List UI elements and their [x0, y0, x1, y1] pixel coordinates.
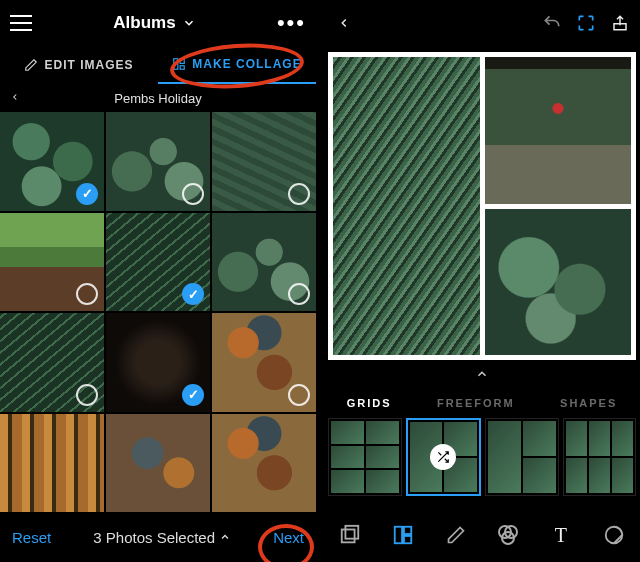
- selected-check-icon: [182, 283, 204, 305]
- svg-rect-0: [174, 59, 178, 70]
- tab-label: MAKE COLLAGE: [192, 57, 301, 71]
- album-subheader: Pembs Holiday: [0, 84, 316, 112]
- sticker-tool[interactable]: [601, 522, 627, 548]
- selected-check-icon: [182, 384, 204, 406]
- next-button[interactable]: Next: [273, 529, 304, 546]
- layout-tool[interactable]: [390, 522, 416, 548]
- layout-category-tabs: GRIDS FREEFORM SHAPES: [324, 388, 640, 418]
- tab-shapes[interactable]: SHAPES: [560, 397, 617, 409]
- collage-icon: [172, 57, 186, 71]
- select-circle-icon: [76, 384, 98, 406]
- photo-tile[interactable]: [0, 414, 104, 513]
- back-icon[interactable]: [10, 90, 24, 107]
- select-circle-icon: [182, 183, 204, 205]
- select-circle-icon: [288, 283, 310, 305]
- svg-rect-8: [404, 536, 411, 543]
- text-tool[interactable]: T: [548, 522, 574, 548]
- edit-tool[interactable]: [443, 522, 469, 548]
- photo-tile[interactable]: [106, 414, 210, 513]
- screen-title: Albums: [113, 13, 175, 33]
- photo-tile[interactable]: [212, 313, 316, 412]
- collage-editor-screen: GRIDS FREEFORM SHAPES: [324, 0, 640, 562]
- select-circle-icon: [288, 384, 310, 406]
- svg-rect-6: [395, 527, 402, 544]
- svg-rect-7: [404, 527, 411, 534]
- title-dropdown[interactable]: Albums: [113, 13, 195, 33]
- photo-tile[interactable]: [0, 112, 104, 211]
- editor-toolbar: T: [324, 508, 640, 562]
- shuffle-icon[interactable]: [430, 444, 456, 470]
- left-bottom-bar: Reset 3 Photos Selected Next: [0, 512, 316, 562]
- collage-cell[interactable]: [485, 209, 632, 356]
- back-icon[interactable]: [334, 13, 354, 33]
- chevron-down-icon: [182, 16, 196, 30]
- right-top-bar: [324, 0, 640, 46]
- layout-option[interactable]: [563, 418, 637, 496]
- select-circle-icon: [288, 183, 310, 205]
- svg-rect-5: [346, 526, 359, 539]
- collage-cell[interactable]: [333, 57, 480, 355]
- tab-edit-images[interactable]: EDIT IMAGES: [0, 46, 158, 84]
- aspect-ratio-tool[interactable]: [337, 522, 363, 548]
- fullscreen-icon[interactable]: [576, 13, 596, 33]
- photo-tile[interactable]: [212, 213, 316, 312]
- tab-freeform[interactable]: FREEFORM: [437, 397, 515, 409]
- mode-tabs: EDIT IMAGES MAKE COLLAGE: [0, 46, 316, 84]
- layout-option[interactable]: [328, 418, 402, 496]
- photo-tile[interactable]: [106, 112, 210, 211]
- reset-button[interactable]: Reset: [12, 529, 51, 546]
- album-name: Pembs Holiday: [24, 91, 292, 106]
- photo-tile[interactable]: [0, 313, 104, 412]
- photo-tile[interactable]: [0, 213, 104, 312]
- chevron-up-icon: [473, 367, 491, 381]
- photo-tile[interactable]: [106, 213, 210, 312]
- select-circle-icon: [76, 283, 98, 305]
- layout-option[interactable]: [485, 418, 559, 496]
- menu-icon[interactable]: [10, 15, 32, 31]
- pencil-icon: [24, 58, 38, 72]
- collapse-panel-button[interactable]: [324, 360, 640, 388]
- photo-tile[interactable]: [106, 313, 210, 412]
- collage-preview[interactable]: [328, 52, 636, 360]
- album-picker-screen: Albums ••• EDIT IMAGES MAKE COLLAGE Pemb…: [0, 0, 316, 562]
- tab-label: EDIT IMAGES: [44, 58, 133, 72]
- collage-cell[interactable]: [485, 57, 632, 204]
- photo-tile[interactable]: [212, 414, 316, 513]
- photo-grid: [0, 112, 316, 512]
- left-top-bar: Albums •••: [0, 0, 316, 46]
- photo-tile[interactable]: [212, 112, 316, 211]
- selection-count[interactable]: 3 Photos Selected: [93, 529, 231, 546]
- count-label: 3 Photos Selected: [93, 529, 215, 546]
- svg-rect-2: [180, 66, 184, 70]
- svg-rect-4: [342, 530, 355, 543]
- layout-option[interactable]: [406, 418, 482, 496]
- layout-options: [324, 418, 640, 496]
- selected-check-icon: [76, 183, 98, 205]
- chevron-up-icon: [219, 531, 231, 543]
- share-icon[interactable]: [610, 13, 630, 33]
- tab-make-collage[interactable]: MAKE COLLAGE: [158, 46, 316, 84]
- filters-tool[interactable]: [495, 522, 521, 548]
- more-icon[interactable]: •••: [277, 12, 306, 34]
- tab-grids[interactable]: GRIDS: [347, 397, 392, 409]
- undo-icon[interactable]: [542, 13, 562, 33]
- svg-rect-1: [180, 59, 184, 64]
